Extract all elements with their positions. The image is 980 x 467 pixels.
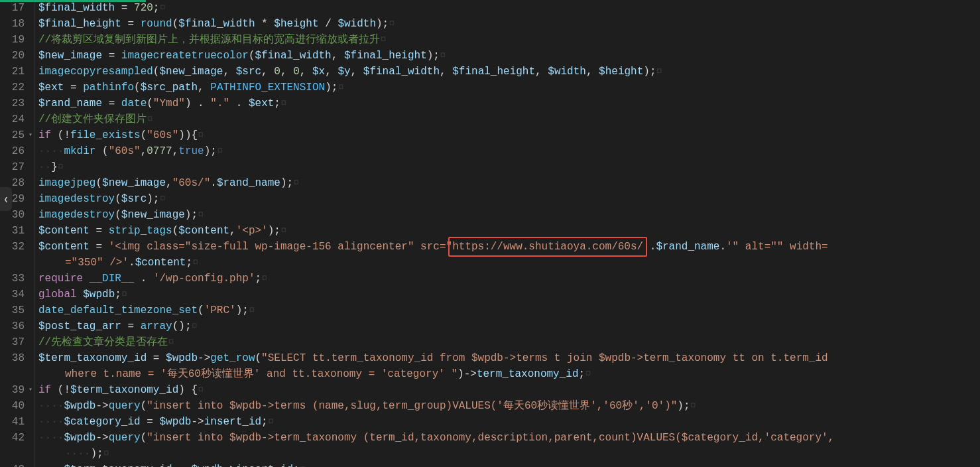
code-line[interactable]: date_default_timezone_set('PRC');¤ bbox=[38, 302, 976, 318]
code-line[interactable]: $new_image = imagecreatetruecolor($final… bbox=[38, 48, 976, 64]
code-line[interactable]: if (!$term_taxonomy_id) {¤ bbox=[38, 382, 976, 398]
code-line[interactable]: $rand_name = date("Ymd") . "." . $ext;¤ bbox=[38, 96, 976, 111]
token-op: = bbox=[127, 320, 134, 332]
token-eol: ¤ bbox=[261, 273, 268, 285]
token-var: $new_image bbox=[102, 177, 166, 189]
token-op: . bbox=[198, 98, 204, 109]
line-number[interactable]: 38 bbox=[7, 350, 25, 366]
token-punct: ( bbox=[172, 18, 179, 30]
code-line[interactable]: ····$wpdb->query("insert into $wpdb->ter… bbox=[38, 398, 976, 414]
token-fn: query bbox=[109, 400, 141, 412]
token-punct: ) bbox=[178, 384, 185, 396]
line-number[interactable]: 19 bbox=[7, 32, 25, 48]
token-ws bbox=[229, 98, 236, 109]
sidebar-collapsed-tab[interactable]: ❮ bbox=[0, 187, 12, 211]
line-number[interactable]: 31 bbox=[7, 223, 25, 239]
token-ws: ···· bbox=[38, 145, 64, 157]
token-punct: ( bbox=[141, 432, 147, 444]
token-var: $term_taxonomy_id bbox=[70, 384, 178, 396]
token-punct: ( bbox=[134, 82, 141, 94]
line-number[interactable]: 41 bbox=[7, 414, 25, 430]
token-str: "insert into $wpdb->term_taxonomy (term_… bbox=[147, 432, 834, 444]
token-var: $x bbox=[312, 66, 325, 78]
line-number[interactable]: 35 bbox=[7, 302, 25, 318]
token-op: . bbox=[236, 98, 243, 109]
token-str: https://www.shutiaoya.com/60s/ bbox=[452, 241, 643, 253]
code-line[interactable]: //创建文件夹保存图片¤ bbox=[38, 111, 976, 127]
line-number[interactable]: 40 bbox=[7, 398, 25, 414]
code-line-wrap[interactable]: ····);¤ bbox=[38, 446, 976, 462]
line-number[interactable]: 27 bbox=[7, 159, 25, 175]
code-line[interactable]: $final_height = round($final_width * $he… bbox=[38, 16, 976, 32]
code-line[interactable]: if (!file_exists("60s")){¤ bbox=[38, 127, 976, 143]
token-var: $content bbox=[38, 225, 90, 237]
token-ws: ···· bbox=[38, 416, 64, 428]
code-line[interactable]: //先检查文章分类是否存在¤ bbox=[38, 334, 976, 350]
line-number[interactable]: 17 bbox=[7, 0, 25, 16]
code-line-wrap[interactable]: where t.name = '每天60秒读懂世界' and tt.taxono… bbox=[38, 366, 976, 382]
code-editor[interactable]: 17181920212223242526272829303132 3334353… bbox=[0, 0, 980, 467]
code-line[interactable]: $content = '<img class="size-full wp-ima… bbox=[38, 239, 976, 255]
token-kw: global bbox=[38, 289, 77, 300]
code-line[interactable]: $content = strip_tags($content,'<p>');¤ bbox=[38, 223, 976, 239]
line-number[interactable]: 34 bbox=[7, 287, 25, 302]
code-line[interactable]: imagedestroy($src);¤ bbox=[38, 191, 976, 207]
token-op: * bbox=[261, 18, 268, 30]
code-line[interactable]: require __DIR__ . '/wp-config.php';¤ bbox=[38, 271, 976, 287]
line-number[interactable]: 43 bbox=[7, 462, 25, 467]
token-str: '" alt="" width= bbox=[726, 241, 828, 253]
token-var: term_taxonomy_id bbox=[477, 368, 579, 380]
code-line[interactable]: //将裁剪区域复制到新图片上，并根据源和目标的宽高进行缩放或者拉升¤ bbox=[38, 32, 976, 48]
code-line[interactable]: $ext = pathinfo($src_path, PATHINFO_EXTE… bbox=[38, 80, 976, 96]
code-line[interactable]: imagecopyresampled($new_image, $src, 0, … bbox=[38, 64, 976, 80]
line-number[interactable]: 37 bbox=[7, 334, 25, 350]
token-str: ="350" />' bbox=[65, 257, 129, 269]
code-line[interactable]: $final_width = 720;¤ bbox=[38, 0, 976, 16]
token-punct: )){ bbox=[178, 129, 198, 141]
line-number-gutter[interactable]: 17181920212223242526272829303132 3334353… bbox=[0, 0, 34, 467]
line-number[interactable]: 32 bbox=[7, 239, 25, 255]
token-op: = bbox=[127, 18, 134, 30]
code-line[interactable]: global $wpdb;¤ bbox=[38, 287, 976, 302]
code-line[interactable]: ····$wpdb->query("insert into $wpdb->ter… bbox=[38, 430, 976, 446]
line-number[interactable]: 20 bbox=[7, 48, 25, 64]
token-ws: ·· bbox=[38, 161, 51, 173]
token-var: $wpdb bbox=[64, 400, 95, 412]
line-number[interactable]: 24 bbox=[7, 111, 25, 127]
line-number[interactable]: 39 bbox=[7, 382, 25, 398]
token-eol: ¤ bbox=[690, 400, 697, 412]
line-number-wrap bbox=[7, 446, 25, 462]
code-area[interactable]: $final_width = 720;¤$final_height = roun… bbox=[34, 0, 980, 467]
token-punct: , bbox=[440, 66, 446, 78]
line-number[interactable]: 26 bbox=[7, 143, 25, 159]
token-ws bbox=[242, 98, 249, 109]
line-number[interactable]: 23 bbox=[7, 96, 25, 111]
code-line[interactable]: ····$category_id = $wpdb->insert_id;¤ bbox=[38, 414, 976, 430]
token-punct: ); bbox=[185, 209, 198, 221]
code-line[interactable]: $term_taxonomy_id = $wpdb->get_row("SELE… bbox=[38, 350, 976, 366]
token-str: "60s" bbox=[147, 129, 178, 141]
token-var: $wpdb bbox=[64, 432, 95, 444]
token-comment: //创建文件夹保存图片 bbox=[38, 113, 147, 125]
token-op: . bbox=[650, 241, 656, 253]
token-op: . bbox=[129, 257, 135, 269]
code-line-wrap[interactable]: ="350" />'.$content;¤ bbox=[38, 255, 976, 271]
token-ws: ···· bbox=[65, 448, 90, 460]
token-fn: imagecopyresampled bbox=[38, 66, 153, 78]
code-line[interactable]: ····$term_taxonomy_id = $wpdb->insert_id… bbox=[38, 462, 976, 467]
token-eol: ¤ bbox=[121, 289, 128, 300]
code-line[interactable]: $post_tag_arr = array();¤ bbox=[38, 318, 976, 334]
code-line[interactable]: imagejpeg($new_image,"60s/".$rand_name);… bbox=[38, 175, 976, 191]
line-number[interactable]: 22 bbox=[7, 80, 25, 96]
code-line[interactable]: imagedestroy($new_image);¤ bbox=[38, 207, 976, 223]
code-line[interactable]: ····mkdir ("60s",0777,true);¤ bbox=[38, 143, 976, 159]
code-line[interactable]: ··}¤ bbox=[38, 159, 976, 175]
line-number[interactable]: 18 bbox=[7, 16, 25, 32]
token-var: $term_taxonomy_id bbox=[38, 352, 147, 364]
line-number[interactable]: 25 bbox=[7, 127, 25, 143]
line-number[interactable]: 21 bbox=[7, 64, 25, 80]
line-number[interactable]: 42 bbox=[7, 430, 25, 446]
line-number[interactable]: 36 bbox=[7, 318, 25, 334]
line-number[interactable]: 33 bbox=[7, 271, 25, 287]
token-punct: ( bbox=[95, 177, 102, 189]
